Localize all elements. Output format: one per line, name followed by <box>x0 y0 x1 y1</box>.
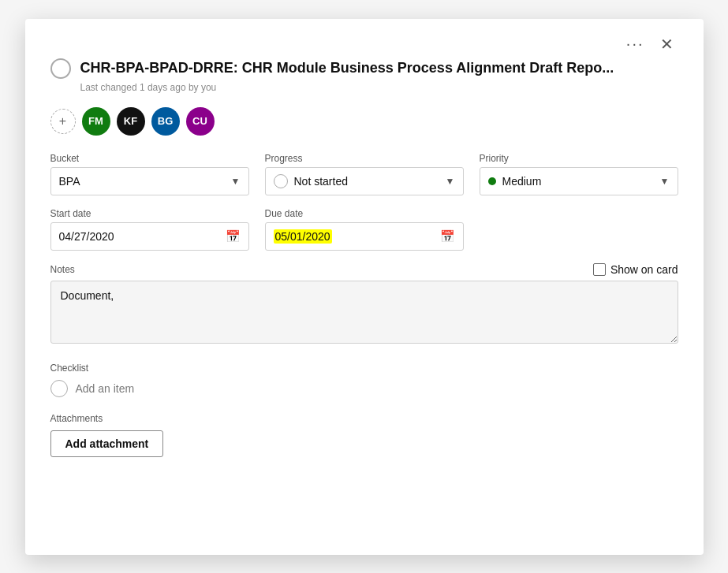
priority-label: Priority <box>480 153 678 164</box>
bucket-label: Bucket <box>50 153 249 164</box>
more-options-button[interactable]: ··· <box>622 33 649 54</box>
notes-header-row: Notes Show on card <box>50 263 678 276</box>
calendar-icon: 📅 <box>440 229 455 244</box>
notes-section: Notes Show on card Document, <box>50 263 678 347</box>
avatar-fm[interactable]: FM <box>82 107 110 136</box>
due-date-label: Due date <box>265 208 464 219</box>
bucket-select[interactable]: BPA ▼ <box>50 167 249 195</box>
add-person-icon: + <box>59 114 66 128</box>
start-date-field: Start date 04/27/2020 📅 <box>50 208 249 251</box>
due-date-input[interactable]: 05/01/2020 📅 <box>265 222 464 251</box>
progress-circle-icon <box>274 174 288 188</box>
progress-select[interactable]: Not started ▼ <box>265 167 464 195</box>
close-icon: ✕ <box>660 35 674 54</box>
chevron-down-icon: ▼ <box>660 176 670 187</box>
attachments-label: Attachments <box>50 413 678 424</box>
add-checklist-item-label: Add an item <box>76 382 135 395</box>
title-row: CHR-BPA-BPAD-DRRE: CHR Module Business P… <box>50 58 678 79</box>
checklist-label: Checklist <box>50 363 678 374</box>
attachments-section: Attachments Add attachment <box>50 413 678 457</box>
start-date-label: Start date <box>50 208 249 219</box>
avatar-kf[interactable]: KF <box>117 107 145 136</box>
priority-dot-icon <box>488 177 496 185</box>
chevron-down-icon: ▼ <box>231 176 241 187</box>
progress-field: Progress Not started ▼ <box>265 153 464 195</box>
fields-grid: Bucket BPA ▼ Progress Not started ▼ Prio… <box>50 153 678 195</box>
chevron-down-icon: ▼ <box>446 176 455 187</box>
bucket-value: BPA <box>59 175 80 188</box>
show-on-card-row: Show on card <box>593 263 678 276</box>
task-complete-checkbox[interactable] <box>50 58 71 79</box>
notes-textarea[interactable]: Document, <box>50 281 678 344</box>
priority-value: Medium <box>502 175 542 188</box>
calendar-icon: 📅 <box>226 229 241 244</box>
checklist-circle-icon <box>50 380 68 397</box>
last-changed-label: Last changed 1 days ago by you <box>80 82 678 93</box>
avatar-cu[interactable]: CU <box>186 107 215 136</box>
progress-value: Not started <box>294 175 348 188</box>
start-date-value: 04/27/2020 <box>59 230 114 243</box>
task-title: CHR-BPA-BPAD-DRRE: CHR Module Business P… <box>80 59 614 77</box>
bucket-field: Bucket BPA ▼ <box>50 153 249 195</box>
close-button[interactable]: ✕ <box>655 33 678 55</box>
add-attachment-button[interactable]: Add attachment <box>50 430 164 457</box>
show-on-card-label: Show on card <box>610 263 678 276</box>
modal-top-actions: ··· ✕ <box>50 33 678 55</box>
notes-label: Notes <box>50 264 75 275</box>
progress-select-inner: Not started <box>274 174 348 188</box>
priority-select[interactable]: Medium ▼ <box>480 167 678 195</box>
dates-grid: Start date 04/27/2020 📅 Due date 05/01/2… <box>50 208 678 251</box>
due-date-field: Due date 05/01/2020 📅 <box>265 208 464 251</box>
checklist-section: Checklist Add an item <box>50 363 678 397</box>
avatar-bg[interactable]: BG <box>151 107 180 136</box>
show-on-card-checkbox[interactable] <box>593 263 606 276</box>
add-checklist-item-row[interactable]: Add an item <box>50 380 678 397</box>
task-modal: ··· ✕ CHR-BPA-BPAD-DRRE: CHR Module Busi… <box>25 19 704 555</box>
avatars-row: + FM KF BG CU <box>50 107 678 136</box>
progress-label: Progress <box>265 153 464 164</box>
start-date-input[interactable]: 04/27/2020 📅 <box>50 222 249 251</box>
priority-field: Priority Medium ▼ <box>480 153 678 195</box>
due-date-value: 05/01/2020 <box>274 229 332 244</box>
add-person-button[interactable]: + <box>50 109 76 134</box>
